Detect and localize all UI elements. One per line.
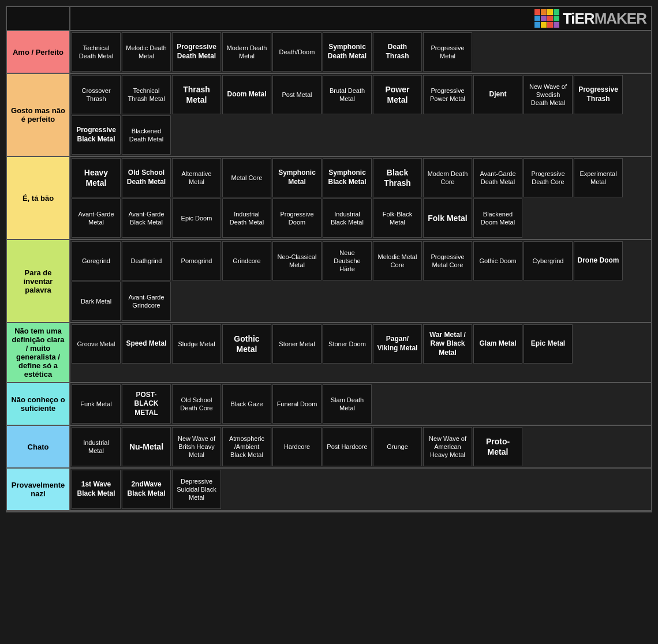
genre-cell[interactable]: Industrial Metal xyxy=(72,427,121,466)
genre-cell[interactable]: 1st Wave Black Metal xyxy=(72,470,121,509)
genre-cell[interactable]: Power Metal xyxy=(373,75,422,114)
genre-cell[interactable]: Nu-Metal xyxy=(122,427,171,466)
genre-cell[interactable]: Black Thrash xyxy=(373,158,422,197)
genre-cell[interactable]: Pornogrind xyxy=(172,241,221,280)
genre-cell[interactable]: Melodic Metal Core xyxy=(373,241,422,280)
genre-cell[interactable]: Progressive Thrash xyxy=(574,75,623,114)
tier-row-amo: Amo / PerfeitoTechnical Death MetalMelod… xyxy=(7,31,651,74)
genre-cell[interactable]: Heavy Metal xyxy=(72,158,121,197)
tier-items-chato: Industrial MetalNu-MetalNew Wave of Brit… xyxy=(70,426,651,467)
genre-cell[interactable]: Atmospheric /Ambient Black Metal xyxy=(222,427,271,466)
genre-cell[interactable]: Grindcore xyxy=(222,241,271,280)
genre-cell[interactable]: Epic Doom xyxy=(172,199,221,238)
tier-items-etabao: Heavy MetalOld School Death MetalAlterna… xyxy=(70,157,651,239)
genre-cell[interactable]: Progressive Black Metal xyxy=(72,115,121,155)
genre-cell[interactable]: Symphonic Black Metal xyxy=(323,158,372,197)
genre-cell[interactable]: Grunge xyxy=(373,427,422,466)
genre-cell[interactable]: Funk Metal xyxy=(72,384,121,424)
genre-cell[interactable]: Avant-Garde Grindcore xyxy=(122,282,171,321)
genre-cell[interactable]: Experimental Metal xyxy=(574,158,623,197)
genre-cell[interactable]: Technical Death Metal xyxy=(72,32,121,72)
genre-cell[interactable]: Speed Metal xyxy=(122,324,171,364)
genre-cell[interactable]: Industrial Black Metal xyxy=(323,199,372,238)
genre-cell[interactable]: Stoner Metal xyxy=(272,324,321,364)
genre-cell[interactable]: Dark Metal xyxy=(72,282,121,321)
tier-items-nazi: 1st Wave Black Metal2ndWave Black MetalD… xyxy=(70,469,651,510)
genre-cell[interactable]: Slam Death Metal xyxy=(323,384,372,424)
tier-row-nazi: Provavelmente nazi1st Wave Black Metal2n… xyxy=(7,469,651,511)
genre-cell[interactable]: Death Thrash xyxy=(373,32,422,72)
tier-row-para: Para de inventar palavraGoregrindDeathgr… xyxy=(7,240,651,323)
genre-cell[interactable]: Epic Metal xyxy=(524,324,573,364)
genre-cell[interactable]: Gothic Doom xyxy=(473,241,522,280)
genre-cell[interactable]: Gothic Metal xyxy=(222,324,271,364)
genre-cell[interactable]: Avant-Garde Death Metal xyxy=(473,158,522,197)
genre-cell[interactable]: POST-BLACK METAL xyxy=(122,384,171,424)
genre-cell[interactable]: Glam Metal xyxy=(473,324,522,364)
genre-cell[interactable]: Avant-Garde Metal xyxy=(72,199,121,238)
genre-cell[interactable]: New Wave of American Heavy Metal xyxy=(423,427,472,466)
genre-cell[interactable]: Groove Metal xyxy=(72,324,121,364)
genre-cell[interactable]: Industrial Death Metal xyxy=(222,199,271,238)
genre-cell[interactable]: Modern Death Core xyxy=(423,158,472,197)
genre-cell[interactable]: Brutal Death Metal xyxy=(323,75,372,114)
genre-cell[interactable]: Crossover Thrash xyxy=(72,75,121,114)
logo-grid xyxy=(534,9,559,28)
header-logo-area: TiERMAKER xyxy=(70,7,651,30)
tier-items-naotem: Groove MetalSpeed MetalSludge MetalGothi… xyxy=(70,323,651,382)
genre-cell[interactable]: Post Hardcore xyxy=(323,427,372,466)
genre-cell[interactable]: Progressive Death Core xyxy=(524,158,573,197)
genre-cell[interactable]: Symphonic Death Metal xyxy=(323,32,372,72)
genre-cell[interactable]: Pagan/ Viking Metal xyxy=(373,324,422,364)
logo: TiERMAKER xyxy=(534,9,646,28)
genre-cell[interactable]: Deathgrind xyxy=(122,241,171,280)
genre-cell[interactable]: Cybergrind xyxy=(524,241,573,280)
tier-label-gosto: Gosto mas não é perfeito xyxy=(7,74,70,156)
genre-cell[interactable]: Djent xyxy=(473,75,522,114)
genre-cell[interactable]: Folk-Black Metal xyxy=(373,199,422,238)
genre-cell[interactable]: War Metal / Raw Black Metal xyxy=(423,324,472,364)
tier-table: TiERMAKER Amo / PerfeitoTechnical Death … xyxy=(6,6,652,512)
genre-cell[interactable]: Progressive Doom xyxy=(272,199,321,238)
genre-cell[interactable]: Proto-Metal xyxy=(473,427,522,466)
genre-cell[interactable]: Black Gaze xyxy=(222,384,271,424)
genre-cell[interactable]: Sludge Metal xyxy=(172,324,221,364)
tier-row-naotem: Não tem uma definição clara / muito gene… xyxy=(7,323,651,383)
genre-cell[interactable]: Funeral Doom xyxy=(272,384,321,424)
tier-label-etabao: É, tá bão xyxy=(7,157,70,239)
genre-cell[interactable]: Folk Metal xyxy=(423,199,472,238)
genre-cell[interactable]: Progressive Metal xyxy=(423,32,472,72)
genre-cell[interactable]: Drone Doom xyxy=(574,241,623,280)
genre-cell[interactable]: Blackened Death Metal xyxy=(122,115,171,155)
genre-cell[interactable]: Progressive Power Metal xyxy=(423,75,472,114)
tier-row-etabao: É, tá bãoHeavy MetalOld School Death Met… xyxy=(7,157,651,240)
tier-label-para: Para de inventar palavra xyxy=(7,240,70,322)
genre-cell[interactable]: Old School Death Metal xyxy=(122,158,171,197)
genre-cell[interactable]: Hardcore xyxy=(272,427,321,466)
tier-label-amo: Amo / Perfeito xyxy=(7,31,70,73)
genre-cell[interactable]: Neo-Classical Metal xyxy=(272,241,321,280)
genre-cell[interactable]: Blackened Doom Metal xyxy=(473,199,522,238)
genre-cell[interactable]: New Wave of Britsh Heavy Metal xyxy=(172,427,221,466)
genre-cell[interactable]: Technical Thrash Metal xyxy=(122,75,171,114)
genre-cell[interactable]: Symphonic Metal xyxy=(272,158,321,197)
genre-cell[interactable]: New Wave of Swedish Death Metal xyxy=(524,75,573,114)
genre-cell[interactable]: Modern Death Metal xyxy=(222,32,271,72)
genre-cell[interactable]: Doom Metal xyxy=(222,75,271,114)
genre-cell[interactable]: Stoner Doom xyxy=(323,324,372,364)
genre-cell[interactable]: Thrash Metal xyxy=(172,75,221,114)
genre-cell[interactable]: Goregrind xyxy=(72,241,121,280)
genre-cell[interactable]: Progressive Metal Core xyxy=(423,241,472,280)
genre-cell[interactable]: Neue Deutsche Härte xyxy=(323,241,372,280)
genre-cell[interactable]: Melodic Death Metal xyxy=(122,32,171,72)
genre-cell[interactable]: 2ndWave Black Metal xyxy=(122,470,171,509)
genre-cell[interactable]: Death/Doom xyxy=(272,32,321,72)
genre-cell[interactable]: Old School Death Core xyxy=(172,384,221,424)
genre-cell[interactable]: Avant-Garde Black Metal xyxy=(122,199,171,238)
tier-label-naotem: Não tem uma definição clara / muito gene… xyxy=(7,323,70,382)
genre-cell[interactable]: Alternative Metal xyxy=(172,158,221,197)
genre-cell[interactable]: Progressive Death Metal xyxy=(172,32,221,72)
genre-cell[interactable]: Metal Core xyxy=(222,158,271,197)
genre-cell[interactable]: Post Metal xyxy=(272,75,321,114)
genre-cell[interactable]: Depressive Suicidal Black Metal xyxy=(172,470,221,509)
